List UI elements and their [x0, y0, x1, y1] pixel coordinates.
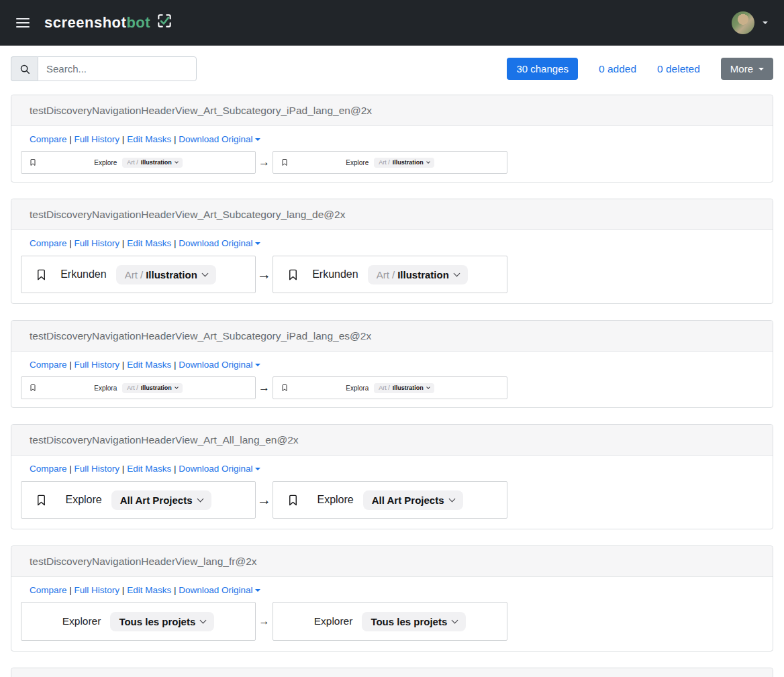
chevron-down-icon — [201, 270, 208, 276]
brand-text-bot: bot — [126, 14, 150, 31]
category-pill: Art /Illustration — [122, 383, 183, 393]
report-title: testDiscoveryNavigationHeaderView_lang_f… — [30, 554, 754, 568]
download-original-link[interactable]: Download Original — [179, 464, 252, 474]
search-input[interactable] — [38, 56, 197, 81]
compare-link[interactable]: Compare — [30, 464, 67, 474]
chevron-down-icon — [255, 589, 260, 592]
bookmark-icon — [281, 384, 289, 392]
arrow-right-icon: → — [256, 156, 273, 169]
user-menu-caret-icon[interactable] — [763, 21, 768, 24]
changes-button[interactable]: 30 changes — [507, 58, 578, 80]
report-card: testDiscoveryNavigationHeaderView_Art_Su… — [11, 320, 773, 408]
report-card: testDiscoveryNavigationHeaderView_Art_Su… — [11, 95, 773, 183]
arrow-right-icon: → — [256, 381, 273, 395]
chevron-down-icon — [175, 160, 179, 164]
chevron-down-icon — [255, 468, 260, 470]
bookmark-icon — [29, 158, 37, 166]
report-title: testDiscoveryNavigationHeaderView_Art_Su… — [30, 103, 754, 117]
before-screenshot[interactable]: Erkunden Art /Illustration — [21, 256, 256, 293]
compare-link[interactable]: Compare — [30, 238, 67, 248]
report-card: testDiscoveryNavigationHeaderView_lang_f… — [11, 545, 773, 652]
report-card: testDiscoveryNavigationHeaderView_Art_Al… — [11, 424, 773, 529]
bookmark-icon — [281, 158, 289, 166]
bookmark-icon — [35, 268, 48, 281]
category-pill: All Art Projects — [111, 490, 211, 510]
comparison-row: Explore Art /Illustration → Explore Art … — [21, 151, 763, 174]
top-navbar: screenshotbot — [0, 0, 784, 46]
report-actions: Compare | Full History | Edit Masks | Do… — [30, 464, 763, 474]
chevron-down-icon — [255, 242, 260, 245]
report-actions: Compare | Full History | Edit Masks | Do… — [30, 238, 763, 249]
comparison-row: Explore All Art Projects → Explore All A… — [21, 481, 763, 519]
hamburger-menu-icon[interactable] — [16, 18, 30, 28]
full-history-link[interactable]: Full History — [75, 585, 120, 595]
arrow-right-icon: → — [256, 266, 273, 282]
after-screenshot[interactable]: Explorer Tous les projets — [273, 602, 507, 641]
before-screenshot[interactable]: Explora Art /Illustration — [21, 376, 256, 399]
before-screenshot[interactable]: Explore Art /Illustration — [21, 151, 256, 174]
search-icon — [11, 56, 38, 81]
download-original-link[interactable]: Download Original — [179, 238, 252, 248]
chevron-down-icon — [197, 495, 203, 502]
filter-toolbar: 30 changes 0 added 0 deleted More — [11, 56, 773, 81]
bookmark-icon — [29, 384, 37, 392]
report-card: testDiscoveryNavigationHeaderView_Art_Su… — [11, 199, 773, 304]
after-screenshot[interactable]: Explora Art /Illustration — [273, 376, 507, 399]
report-actions: Compare | Full History | Edit Masks | Do… — [30, 585, 763, 596]
chevron-down-icon — [452, 617, 458, 623]
report-title: testDiscoveryNavigationHeaderView_Art_Al… — [30, 433, 754, 447]
chevron-down-icon — [453, 270, 460, 276]
category-pill: Art /Illustration — [374, 383, 434, 393]
user-avatar[interactable] — [732, 11, 754, 34]
reports-list: testDiscoveryNavigationHeaderView_Art_Su… — [11, 95, 773, 677]
comparison-row: Explorer Tous les projets → Explorer Tou… — [21, 602, 763, 641]
chevron-down-icon — [200, 617, 207, 623]
chevron-down-icon — [426, 160, 430, 164]
edit-masks-link[interactable]: Edit Masks — [127, 464, 171, 474]
chevron-down-icon — [758, 68, 764, 70]
chevron-down-icon — [255, 364, 260, 366]
download-original-link[interactable]: Download Original — [179, 134, 252, 144]
after-screenshot[interactable]: Explore All Art Projects — [273, 481, 507, 519]
full-history-link[interactable]: Full History — [75, 238, 120, 248]
edit-masks-link[interactable]: Edit Masks — [127, 134, 171, 144]
after-screenshot[interactable]: Explore Art /Illustration — [273, 151, 507, 174]
compare-link[interactable]: Compare — [30, 134, 67, 144]
category-pill: Tous les projets — [362, 612, 466, 631]
edit-masks-link[interactable]: Edit Masks — [127, 238, 171, 248]
compare-link[interactable]: Compare — [30, 360, 67, 370]
more-button[interactable]: More — [721, 58, 773, 80]
full-history-link[interactable]: Full History — [75, 464, 120, 474]
added-link[interactable]: 0 added — [599, 63, 636, 75]
chevron-down-icon — [448, 495, 455, 502]
category-pill: Art /Illustration — [116, 265, 216, 284]
arrow-right-icon: → — [256, 492, 273, 508]
before-screenshot[interactable]: Explorer Tous les projets — [21, 602, 256, 641]
download-original-link[interactable]: Download Original — [179, 360, 252, 370]
category-pill: Art /Illustration — [374, 158, 434, 168]
bookmark-icon — [287, 268, 299, 281]
bookmark-icon — [35, 494, 48, 507]
report-title: testDiscoveryNavigationHeaderView_Art_Su… — [30, 207, 754, 221]
brand-logo[interactable]: screenshotbot — [44, 12, 173, 34]
arrow-right-icon: → — [256, 615, 273, 627]
compare-link[interactable]: Compare — [30, 585, 67, 595]
bookmark-icon — [287, 494, 299, 507]
category-pill: Art /Illustration — [368, 265, 468, 284]
chevron-down-icon — [255, 138, 260, 141]
category-pill: All Art Projects — [363, 490, 463, 510]
full-history-link[interactable]: Full History — [75, 134, 120, 144]
deleted-link[interactable]: 0 deleted — [657, 63, 700, 75]
full-history-link[interactable]: Full History — [75, 360, 120, 370]
chevron-down-icon — [426, 385, 430, 389]
comparison-row: Erkunden Art /Illustration → Erkunden Ar… — [21, 256, 763, 293]
after-screenshot[interactable]: Erkunden Art /Illustration — [273, 256, 507, 293]
edit-masks-link[interactable]: Edit Masks — [127, 585, 171, 595]
report-actions: Compare | Full History | Edit Masks | Do… — [30, 134, 763, 145]
category-pill: Tous les projets — [110, 612, 214, 631]
before-screenshot[interactable]: Explore All Art Projects — [21, 481, 256, 519]
edit-masks-link[interactable]: Edit Masks — [127, 360, 171, 370]
download-original-link[interactable]: Download Original — [179, 585, 252, 595]
category-pill: Art /Illustration — [122, 158, 183, 168]
report-card: testDiscoveryNavigationHeaderView_iPad_l… — [11, 668, 773, 677]
